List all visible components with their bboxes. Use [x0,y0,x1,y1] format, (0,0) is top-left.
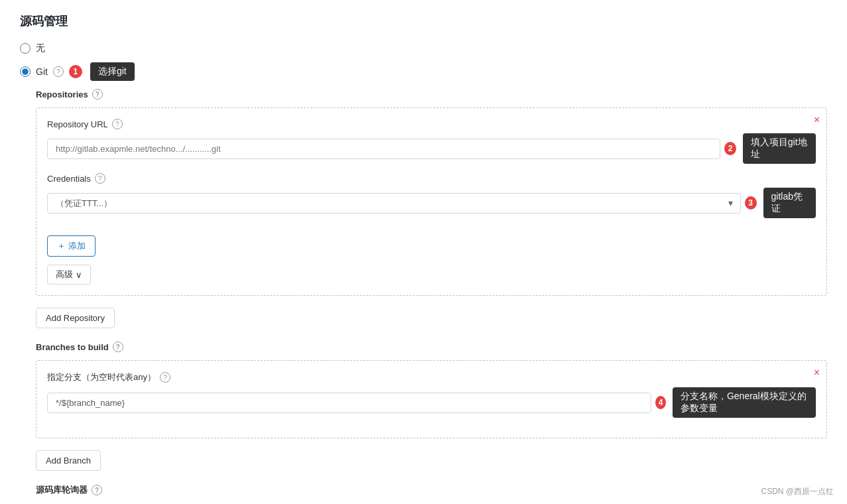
repository-close-button[interactable]: × [814,115,820,125]
repository-url-field-block: Repository URL ? 2 填入项目git地址 [47,119,816,164]
branch-card: × 指定分支（为空时代表any） ? 4 分支名称，General模块定义的参数… [36,360,827,438]
credentials-select[interactable]: （凭证TTT...） [47,193,741,214]
branches-help-icon[interactable]: ? [113,342,123,352]
page-footer: CSDN @西原一点红 [761,486,834,497]
annotation-badge-2: 2 [724,142,736,155]
advanced-label: 高级 [56,269,73,281]
annotation-tooltip-4: 分支名称，General模块定义的参数变量 [673,387,816,418]
repository-card: × Repository URL ? 2 填入项目git地址 Credentia… [36,107,827,296]
source-polling-text: 源码库轮询器 [36,484,88,496]
repository-url-help-icon[interactable]: ? [112,119,123,129]
credentials-help-icon[interactable]: ? [95,173,105,184]
annotation-badge-4: 4 [655,396,666,409]
annotation-tooltip-3: gitlab凭证 [763,188,816,218]
add-credentials-button[interactable]: ＋ 添加 [47,235,96,257]
add-branch-button[interactable]: Add Branch [36,450,101,471]
git-help-icon[interactable]: ? [53,66,64,77]
page-title: 源码管理 [20,13,827,29]
annotation-badge-1: 1 [69,65,82,78]
branch-field-block: 指定分支（为空时代表any） ? 4 分支名称，General模块定义的参数变量 [47,371,816,418]
source-polling-label: 源码库轮询器 ? [36,484,827,496]
credentials-annotation-row: （凭证TTT...） ▾ 3 gitlab凭证 [47,188,816,218]
advanced-button[interactable]: 高级 ∨ [47,265,91,284]
advanced-chevron-icon: ∨ [76,270,82,280]
branch-name-input[interactable] [47,393,651,413]
annotation-tooltip-2: 填入项目git地址 [743,133,816,164]
credentials-field-block: Credentials ? （凭证TTT...） ▾ 3 gitlab凭证 [47,173,816,218]
none-radio[interactable] [20,43,31,54]
branches-label-text: Branches to build [36,342,109,352]
git-section: Repositories ? × Repository URL ? 2 填入项目… [36,89,827,496]
git-radio-item: Git ? 1 选择git [20,62,827,81]
repository-url-label-row: Repository URL ? [47,119,816,129]
repository-url-annotation-row: 2 填入项目git地址 [47,133,816,164]
repository-url-input[interactable] [47,139,720,159]
none-radio-item: 无 [20,42,827,54]
add-credentials-btn-row: ＋ 添加 [47,227,816,257]
branch-label-row: 指定分支（为空时代表any） ? [47,371,816,383]
annotation-badge-3: 3 [745,196,757,210]
credentials-select-wrapper: （凭证TTT...） ▾ [47,193,741,214]
branch-label: 指定分支（为空时代表any） [47,371,156,383]
branch-close-button[interactable]: × [814,367,820,378]
annotation-tooltip-1: 选择git [90,62,135,81]
source-polling-help-icon[interactable]: ? [92,485,102,495]
git-radio[interactable] [20,66,31,77]
repositories-label-text: Repositories [36,90,88,99]
repository-url-label: Repository URL [47,119,108,129]
advanced-btn-row: 高级 ∨ [47,257,816,284]
credentials-label: Credentials [47,174,91,184]
credentials-label-row: Credentials ? [47,173,816,184]
add-credentials-label: ＋ 添加 [57,240,86,252]
repositories-help-icon[interactable]: ? [92,89,103,99]
branch-annotation-row: 4 分支名称，General模块定义的参数变量 [47,387,816,418]
add-repository-button[interactable]: Add Repository [36,308,115,328]
repositories-section-label: Repositories ? [36,89,827,99]
none-label: 无 [36,42,45,54]
branch-help-icon[interactable]: ? [160,372,170,383]
branches-section-label: Branches to build ? [36,342,827,352]
git-label: Git [36,66,48,77]
